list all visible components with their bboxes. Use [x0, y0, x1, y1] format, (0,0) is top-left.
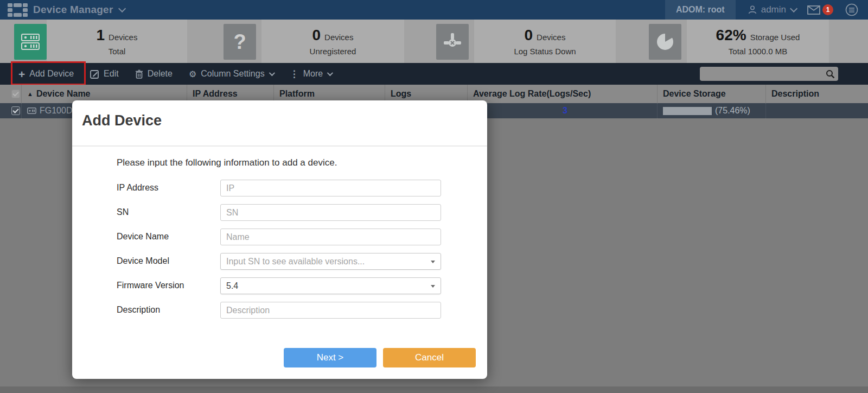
form-row-device-model: Device Model Input SN to see available v…: [117, 253, 475, 269]
stat-storage-used: 62% Storage Used Total 1000.0 MB: [687, 20, 829, 63]
edit-icon: [90, 69, 99, 79]
form-row-description: Description: [117, 302, 475, 318]
more-dots-icon: ⋮: [290, 68, 299, 80]
user-icon: [748, 5, 757, 15]
stat-value: 0: [312, 27, 321, 44]
fortinet-logo-icon[interactable]: [8, 3, 28, 17]
notification-badge: 1: [822, 4, 833, 15]
stat-label: Unregistered: [310, 47, 356, 56]
sn-label: SN: [117, 204, 129, 220]
plus-icon: +: [18, 68, 25, 80]
device-name: FG100D: [40, 106, 72, 116]
description-label: Description: [117, 302, 160, 318]
firmware-version-label: Firmware Version: [117, 277, 184, 294]
description-cell: [766, 103, 868, 118]
search-input[interactable]: [700, 67, 826, 81]
log-status-down-icon: [436, 24, 469, 60]
form-row-device-name: Device Name: [117, 229, 475, 245]
avg-log-rate-cell: 3: [468, 103, 658, 118]
column-settings-button[interactable]: ⚙ Column Settings: [189, 69, 273, 79]
search-icon[interactable]: [826, 69, 835, 79]
ip-address-label: IP Address: [117, 180, 158, 196]
user-name: admin: [761, 4, 786, 15]
sort-ascending-icon: ▲: [27, 91, 33, 97]
stat-unregistered: 0 Devices Unregistered: [261, 20, 404, 63]
cancel-button[interactable]: Cancel: [383, 348, 476, 367]
chevron-down-icon: [269, 70, 275, 76]
select-all-checkbox[interactable]: [11, 90, 20, 98]
storage-percentage: (75.46%): [715, 106, 750, 116]
stat-log-status-down: 0 Devices Log Status Down: [474, 20, 616, 63]
trash-icon: [135, 69, 143, 79]
ip-address-field[interactable]: [220, 180, 441, 196]
device-toolbar: + Add Device Edit Delete ⚙ Column Settin…: [0, 63, 868, 85]
stat-label: Total: [108, 47, 126, 56]
stat-value: 62%: [716, 27, 746, 44]
devices-total-icon: [14, 24, 47, 60]
stat-unit: Storage Used: [750, 33, 800, 42]
adom-selector[interactable]: ADOM: root: [665, 0, 736, 20]
log-rate-link[interactable]: 3: [473, 106, 657, 116]
stats-bar: 1 Devices Total ? 0 Devices Unregistered…: [0, 20, 868, 63]
search-box: [700, 67, 838, 81]
dropdown-caret-icon: [431, 261, 435, 263]
add-device-modal: Add Device Please input the following in…: [72, 100, 487, 379]
column-device-storage[interactable]: Device Storage: [658, 85, 766, 103]
stat-value: 1: [97, 27, 105, 44]
storage-pie-icon: [649, 24, 681, 60]
user-menu[interactable]: admin: [748, 4, 795, 15]
chevron-down-icon: [790, 5, 797, 12]
envelope-icon: [807, 5, 820, 15]
storage-bar: [663, 107, 712, 115]
sn-field[interactable]: [220, 204, 441, 221]
more-button[interactable]: ⋮ More: [290, 68, 331, 80]
unregistered-icon: ?: [224, 24, 256, 60]
device-name-label: Device Name: [117, 229, 169, 245]
notifications-button[interactable]: 1: [807, 4, 833, 15]
footer-strip: [0, 386, 868, 393]
row-checkbox[interactable]: [11, 106, 20, 115]
stat-total-devices: 1 Devices Total: [47, 20, 187, 63]
modal-title: Add Device: [82, 112, 162, 129]
stat-value: 0: [525, 27, 533, 44]
add-device-button[interactable]: + Add Device: [18, 68, 74, 80]
stat-unit: Devices: [537, 33, 565, 42]
storage-cell: (75.46%): [658, 103, 766, 118]
form-row-sn: SN: [117, 204, 475, 220]
device-name-field[interactable]: [220, 229, 441, 245]
modal-instruction: Please input the following information t…: [117, 157, 337, 168]
form-row-firmware: Firmware Version 5.4: [117, 277, 475, 294]
dropdown-caret-icon: [431, 285, 435, 288]
chevron-down-icon[interactable]: [119, 5, 126, 12]
delete-button[interactable]: Delete: [135, 69, 173, 79]
gear-icon: ⚙: [189, 69, 196, 79]
device-model-select[interactable]: Input SN to see available versions...: [220, 253, 441, 270]
page-title[interactable]: Device Manager: [33, 4, 113, 16]
stat-unit: Devices: [324, 33, 353, 42]
stat-label: Log Status Down: [514, 47, 576, 56]
menu-icon[interactable]: [845, 3, 858, 16]
chevron-down-icon: [327, 70, 333, 76]
stat-unit: Devices: [108, 33, 137, 42]
modal-divider: [72, 145, 487, 147]
top-navbar: Device Manager ADOM: root admin 1: [0, 0, 868, 20]
form-row-ip: IP Address: [117, 180, 475, 196]
device-model-label: Device Model: [117, 253, 169, 269]
edit-button[interactable]: Edit: [90, 69, 119, 79]
header-select-all[interactable]: [0, 85, 22, 103]
stat-label: Total 1000.0 MB: [729, 47, 787, 56]
firmware-version-select[interactable]: 5.4: [220, 277, 441, 294]
description-field[interactable]: [220, 302, 441, 319]
column-description[interactable]: Description: [766, 85, 868, 103]
device-icon: [27, 107, 36, 114]
column-avg-log-rate[interactable]: Average Log Rate(Logs/Sec): [468, 85, 658, 103]
next-button[interactable]: Next >: [284, 348, 376, 367]
